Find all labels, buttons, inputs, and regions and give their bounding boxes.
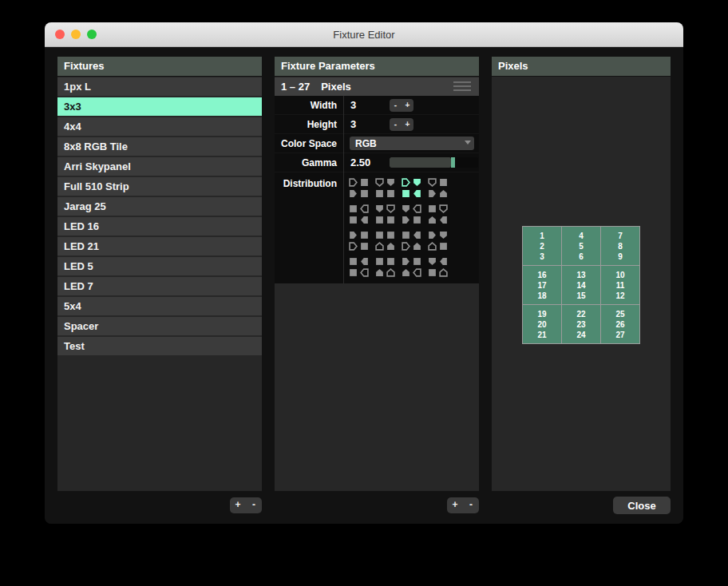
height-stepper: - +: [390, 118, 413, 131]
gamma-slider-handle[interactable]: [451, 157, 455, 168]
distribution-option-snake-cols-from-bottom-left[interactable]: [428, 231, 449, 251]
distribution-option-snake-rows-from-bottom-left[interactable]: [402, 231, 422, 251]
pixel-cell: 192021: [523, 305, 561, 343]
fixtures-panel-header: Fixtures: [57, 57, 262, 77]
height-value: 3: [350, 118, 382, 130]
pixel-grid: 1234567891617181314151011121920212223242…: [522, 226, 640, 344]
fixture-item[interactable]: Arri Skypanel: [57, 157, 262, 176]
parameters-panel-filler: [275, 283, 479, 491]
distribution-option-snake-rows-from-bottom-right[interactable]: [402, 257, 422, 278]
fixtures-panel: Fixtures 1px L3x34x48x8 RGB TileArri Sky…: [57, 57, 262, 491]
traffic-lights: [55, 30, 97, 39]
parameter-rows: Width 3 - + Height 3 -: [275, 96, 479, 283]
width-label: Width: [275, 100, 343, 111]
pixel-cell: 101112: [601, 266, 639, 304]
distribution-options-grid: [343, 172, 449, 278]
distribution-row: Distribution: [275, 172, 479, 283]
pixel-cell: 131415: [562, 266, 600, 304]
distribution-option-snake-cols-from-bottom-right[interactable]: [428, 257, 449, 278]
close-window-icon[interactable]: [55, 30, 65, 39]
distribution-option-cols-btt-from-bottom-right[interactable]: [375, 257, 396, 278]
element-range: 1 – 27: [275, 81, 310, 93]
distribution-option-cols-ttb-from-top-right[interactable]: [375, 204, 396, 225]
pixels-panel-header: Pixels: [492, 57, 671, 77]
close-button[interactable]: Close: [613, 497, 671, 514]
fixture-item[interactable]: Jarag 25: [57, 197, 262, 216]
pixel-cell: 123: [523, 227, 561, 265]
add-fixture-button[interactable]: +: [230, 497, 246, 513]
fixture-item[interactable]: 8x8 RGB Tile: [57, 137, 262, 156]
gamma-slider[interactable]: [390, 157, 478, 168]
distribution-option-cols-btt-from-bottom-left[interactable]: [375, 231, 396, 251]
pixel-cell: 789: [601, 227, 639, 265]
remove-fixture-button[interactable]: -: [246, 497, 262, 513]
element-row-pixels[interactable]: 1 – 27 Pixels: [275, 77, 479, 96]
color-space-value: RGB: [350, 138, 377, 149]
distribution-option-snake-cols-from-top-left[interactable]: [428, 178, 449, 199]
element-add-remove-group: + -: [447, 497, 479, 513]
pixel-cell: 222324: [562, 305, 600, 343]
pixels-panel: Pixels 123456789161718131415101112192021…: [492, 57, 671, 491]
fixtures-add-remove-group: + -: [230, 497, 262, 513]
fixture-item[interactable]: Spacer: [57, 317, 262, 335]
fixture-item[interactable]: 4x4: [57, 117, 262, 136]
distribution-option-rows-ltr-from-top-left[interactable]: [349, 178, 370, 199]
distribution-label: Distribution: [275, 178, 343, 189]
color-space-label: Color Space: [275, 138, 343, 149]
gamma-label: Gamma: [275, 157, 343, 168]
color-space-dropdown[interactable]: RGB: [350, 137, 474, 150]
pixel-cell: 161718: [523, 266, 561, 304]
window-titlebar[interactable]: Fixture Editor: [45, 22, 683, 47]
minimize-window-icon[interactable]: [71, 30, 81, 39]
width-value: 3: [350, 99, 382, 111]
add-element-button[interactable]: +: [447, 497, 463, 513]
pixels-panel-body: 1234567891617181314151011121920212223242…: [492, 226, 671, 524]
distribution-option-rows-rtl-from-top-right[interactable]: [349, 204, 370, 225]
fixtures-list: 1px L3x34x48x8 RGB TileArri SkypanelFull…: [57, 77, 262, 355]
width-increment-button[interactable]: +: [402, 99, 413, 112]
height-decrement-button[interactable]: -: [390, 118, 402, 131]
remove-element-button[interactable]: -: [463, 497, 479, 513]
hamburger-icon[interactable]: [453, 81, 471, 93]
distribution-option-rows-rtl-from-bottom-right[interactable]: [349, 257, 370, 278]
height-increment-button[interactable]: +: [402, 118, 413, 131]
fixture-parameters-panel: Fixture Parameters 1 – 27 Pixels Width 3…: [275, 57, 479, 491]
pixel-cell: 252627: [601, 305, 639, 343]
color-space-row: Color Space RGB: [275, 134, 479, 153]
width-row: Width 3 - +: [275, 96, 479, 115]
gamma-row: Gamma 2.50: [275, 153, 479, 172]
fixture-item[interactable]: Test: [57, 337, 262, 355]
window-content: Fixtures 1px L3x34x48x8 RGB TileArri Sky…: [45, 47, 683, 524]
element-type: Pixels: [310, 81, 351, 93]
fixture-item[interactable]: LED 21: [57, 237, 262, 255]
fixture-item[interactable]: LED 7: [57, 277, 262, 295]
fixture-editor-window: Fixture Editor Fixtures 1px L3x34x48x8 R…: [45, 22, 683, 524]
fixture-parameters-header: Fixture Parameters: [275, 57, 479, 77]
fixture-item[interactable]: LED 5: [57, 257, 262, 275]
distribution-option-snake-rows-from-top-right[interactable]: [402, 204, 422, 225]
distribution-option-cols-ttb-from-top-left[interactable]: [375, 178, 396, 199]
height-row: Height 3 - +: [275, 115, 479, 134]
window-title: Fixture Editor: [333, 29, 394, 41]
gamma-value: 2.50: [350, 156, 382, 168]
distribution-option-snake-cols-from-top-right[interactable]: [428, 204, 449, 225]
pixel-cell: 456: [562, 227, 600, 265]
zoom-window-icon[interactable]: [87, 30, 97, 39]
chevron-down-icon: [465, 141, 471, 145]
width-stepper: - +: [390, 99, 413, 112]
width-decrement-button[interactable]: -: [390, 99, 402, 112]
distribution-option-rows-ltr-from-bottom-left[interactable]: [349, 231, 370, 251]
fixture-item[interactable]: 5x4: [57, 297, 262, 315]
fixture-item[interactable]: 3x3: [57, 97, 262, 116]
fixture-item[interactable]: 1px L: [57, 77, 262, 96]
fixture-item[interactable]: Full 510 Strip: [57, 177, 262, 196]
distribution-option-snake-rows-from-top-left[interactable]: [402, 178, 422, 199]
height-label: Height: [275, 119, 343, 130]
fixture-item[interactable]: LED 16: [57, 217, 262, 236]
